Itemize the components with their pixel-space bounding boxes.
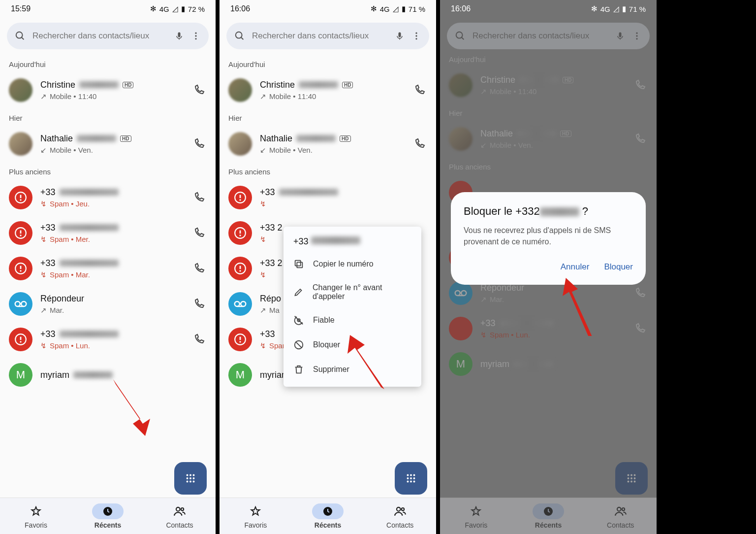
svg-rect-2 <box>178 33 181 37</box>
svg-point-20 <box>20 341 21 342</box>
svg-rect-35 <box>399 33 401 37</box>
outgoing-icon: ↗ <box>40 306 47 315</box>
screen-1: 15:59 ✻4G◿▮72 % Aujourd'hui Christine HD… <box>0 0 216 534</box>
svg-point-65 <box>401 507 404 510</box>
call-button[interactable] <box>193 84 207 96</box>
svg-point-55 <box>410 474 412 476</box>
menu-trust[interactable]: Fiable <box>284 308 421 333</box>
search-input[interactable] <box>252 31 388 41</box>
svg-point-61 <box>410 481 412 483</box>
svg-point-25 <box>189 477 191 479</box>
dialog-cancel-button[interactable]: Annuler <box>561 262 590 272</box>
missed-icon: ↯ <box>40 341 47 350</box>
call-button[interactable] <box>193 227 207 239</box>
svg-point-53 <box>239 341 241 342</box>
status-bar: 16:06 ✻4G◿▮71 % <box>440 0 657 18</box>
svg-point-8 <box>20 199 21 200</box>
status-time: 15:59 <box>11 4 31 13</box>
spam-icon <box>9 221 32 245</box>
svg-point-59 <box>413 477 415 479</box>
svg-point-3 <box>195 33 196 34</box>
dialpad-fab[interactable] <box>174 462 207 495</box>
dialog-title: Bloquer le +332 ? <box>464 205 633 218</box>
menu-copy[interactable]: Copier le numéro <box>284 252 421 276</box>
svg-line-1 <box>22 37 24 40</box>
menu-edit[interactable]: Changer le n° avant d'appeler <box>284 276 421 308</box>
mic-icon[interactable] <box>395 31 405 41</box>
outgoing-icon: ↗ <box>40 92 47 101</box>
svg-point-48 <box>235 301 240 306</box>
call-row-voicemail[interactable]: Répondeur ↗Mar. <box>0 286 216 322</box>
call-button[interactable] <box>193 334 207 345</box>
more-icon[interactable] <box>191 31 201 41</box>
bottom-nav: Favoris Récents Contacts <box>0 498 216 534</box>
call-row-myriam[interactable]: M myriam <box>0 357 216 393</box>
svg-point-26 <box>193 477 195 479</box>
more-icon[interactable] <box>411 31 421 41</box>
svg-point-37 <box>415 35 417 36</box>
status-bar: 15:59 ✻4G◿▮72 % <box>0 0 216 18</box>
call-button[interactable] <box>193 192 207 203</box>
call-button[interactable] <box>413 138 427 150</box>
svg-rect-67 <box>295 261 301 266</box>
call-button[interactable] <box>193 263 207 274</box>
block-dialog: Bloquer le +332 ? Vous ne recevrez plus … <box>451 192 646 285</box>
call-button[interactable] <box>193 138 207 150</box>
svg-point-16 <box>21 301 26 306</box>
svg-point-24 <box>187 477 189 479</box>
nav-favorites[interactable]: Favoris <box>0 498 72 534</box>
menu-block[interactable]: Bloquer <box>284 333 421 357</box>
context-menu: +33 Copier le numéro Changer le n° avant… <box>284 227 421 387</box>
nav-contacts[interactable]: Contacts <box>144 498 216 534</box>
svg-line-34 <box>241 37 244 40</box>
call-row-nathalie[interactable]: Nathalie HD ↙Mobile • Ven. <box>220 126 436 162</box>
search-icon <box>15 31 26 41</box>
svg-point-33 <box>236 32 242 38</box>
svg-point-22 <box>189 474 191 476</box>
nav-favorites[interactable]: Favoris <box>220 498 292 534</box>
call-row-spam[interactable]: +33 ↯ <box>220 180 436 215</box>
svg-point-60 <box>407 481 409 483</box>
section-older: Plus anciens <box>0 162 216 180</box>
svg-point-58 <box>410 477 412 479</box>
svg-point-5 <box>195 38 196 39</box>
status-icons: ✻4G◿▮71 % <box>591 4 646 13</box>
svg-point-32 <box>181 507 184 510</box>
call-button[interactable] <box>413 84 427 96</box>
hd-badge: HD <box>120 135 131 142</box>
nav-recents[interactable]: Récents <box>292 498 364 534</box>
incoming-icon: ↙ <box>40 146 47 155</box>
call-row-spam[interactable]: +33 ↯Spam • Mar. <box>0 251 216 286</box>
hd-badge: HD <box>123 82 133 88</box>
dialpad-fab[interactable] <box>395 462 427 495</box>
call-button[interactable] <box>193 298 207 310</box>
spam-icon <box>9 257 32 280</box>
svg-point-4 <box>195 35 196 36</box>
nav-contacts[interactable]: Contacts <box>364 498 436 534</box>
menu-delete[interactable]: Supprimer <box>284 357 421 382</box>
nav-recents[interactable]: Récents <box>72 498 144 534</box>
call-row-spam[interactable]: +33 ↯Spam • Jeu. <box>0 180 216 215</box>
missed-icon: ↯ <box>40 200 47 208</box>
search-icon <box>234 31 245 41</box>
dialog-body: Vous ne recevrez plus d'appels ni de SMS… <box>464 225 633 247</box>
call-row-nathalie[interactable]: Nathalie HD ↙Mobile • Ven. <box>0 126 216 162</box>
dialog-confirm-button[interactable]: Bloquer <box>604 262 633 272</box>
avatar <box>9 132 32 156</box>
avatar <box>9 78 32 102</box>
search-bar[interactable] <box>226 23 429 49</box>
call-row-christine[interactable]: Christine HD ↗Mobile • 11:40 <box>0 72 216 108</box>
spam-icon <box>9 328 32 351</box>
call-row-spam[interactable]: +33 ↯Spam • Mer. <box>0 215 216 251</box>
search-bar[interactable] <box>7 23 209 49</box>
call-row-spam[interactable]: +33 ↯Spam • Lun. <box>0 322 216 357</box>
mic-icon[interactable] <box>174 31 184 41</box>
search-input[interactable] <box>32 31 167 41</box>
missed-icon: ↯ <box>40 235 47 244</box>
spam-icon <box>9 186 32 209</box>
call-row-christine[interactable]: Christine HD ↗Mobile • 11:40 <box>220 72 436 108</box>
svg-point-38 <box>415 38 417 39</box>
svg-point-21 <box>187 474 189 476</box>
status-time: 16:06 <box>230 4 250 13</box>
svg-point-11 <box>20 234 21 236</box>
